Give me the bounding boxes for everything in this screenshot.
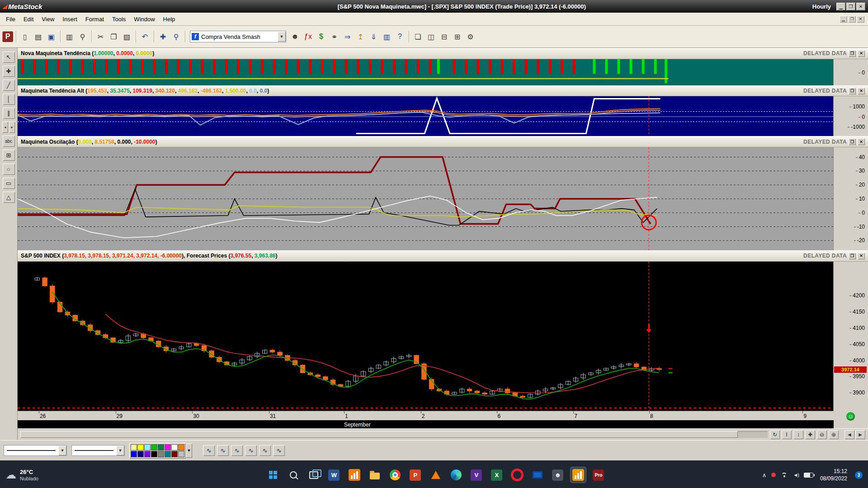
text-tool-button[interactable]: abc — [3, 136, 15, 147]
chevron-down-icon[interactable]: ▼ — [278, 32, 286, 42]
line-weight-dropdown[interactable]: ▼ — [71, 445, 125, 456]
taskbar-metastock-icon[interactable] — [570, 467, 586, 483]
panel-close-button[interactable]: ✕ — [858, 88, 865, 94]
panel-close-button[interactable]: ✕ — [858, 253, 865, 259]
indicator-function-button[interactable]: ƒx — [302, 31, 314, 43]
explorer-button[interactable]: ⚭ — [328, 31, 340, 43]
upload-chart-button[interactable]: ↥ — [354, 31, 367, 43]
palette-color-7[interactable] — [171, 444, 178, 450]
chart-preset-6-button[interactable]: ∿ — [273, 445, 285, 456]
refresh-button[interactable]: ↻ — [770, 430, 780, 439]
expert-dropdown[interactable]: fCompra Venda Smash▼ — [190, 31, 286, 42]
tray-battery-icon[interactable] — [804, 473, 813, 478]
taskbar-powerpoint-icon[interactable]: P — [407, 467, 424, 483]
rectangle-tool-button[interactable]: ▭ — [3, 178, 15, 189]
palette-color-4[interactable] — [151, 444, 157, 450]
triangle-tool-button[interactable]: △ — [3, 192, 15, 203]
pointer-tool-button[interactable]: ↖ — [3, 52, 15, 63]
taskbar-edge-icon[interactable] — [448, 467, 464, 483]
palette-color-11[interactable] — [144, 451, 151, 457]
palette-color-10[interactable] — [137, 451, 144, 457]
line-style-dropdown[interactable]: ▼ — [4, 445, 67, 456]
taskbar-stocks-app-icon[interactable] — [346, 467, 363, 483]
system-tester-button[interactable]: $ — [315, 31, 327, 43]
panel-scale-maquineta-tendencia-alt[interactable]: 10000-1000 — [833, 96, 868, 136]
zoom-button[interactable]: ⚲ — [170, 31, 182, 43]
panel-restore-button[interactable]: ❐ — [849, 253, 856, 259]
taskbar-search-icon[interactable] — [285, 467, 302, 483]
chart-preset-4-button[interactable]: ∿ — [245, 445, 257, 456]
taskbar-task-view-icon[interactable] — [306, 467, 322, 483]
panel-chart-nova-maquineta-tendencia[interactable] — [18, 59, 833, 85]
chart-preset-3-button[interactable]: ∿ — [231, 445, 243, 456]
scroll-back-forward-next-button[interactable]: ▸ — [9, 122, 15, 133]
menu-format[interactable]: Format — [81, 14, 108, 24]
taskbar-vlc-icon[interactable] — [428, 467, 444, 483]
power-console-button[interactable]: P — [2, 31, 13, 42]
minimize-child-button[interactable]: ▁ — [840, 16, 847, 23]
context-help-button[interactable]: ? — [394, 31, 406, 43]
pointer-mode-button[interactable]: I — [782, 430, 792, 439]
page-setup-button[interactable]: ▥ — [63, 31, 75, 43]
tray-alert-icon[interactable] — [771, 473, 776, 477]
forecast-button[interactable]: ⇒ — [341, 31, 354, 43]
palette-color-12[interactable] — [151, 451, 157, 457]
palette-color-15[interactable] — [171, 451, 178, 457]
panel-header-nova-maquineta-tendencia[interactable]: Nova Maquineta Tendência (1.00000, 0.000… — [18, 48, 868, 59]
chevron-down-icon[interactable]: ▼ — [116, 446, 124, 455]
taskbar-clock[interactable]: 15:12 08/09/2022 — [820, 468, 847, 482]
palette-color-6[interactable] — [165, 444, 171, 450]
chevron-down-icon[interactable]: ▼ — [58, 446, 66, 455]
tile-vertical-button[interactable]: ⊟ — [438, 31, 450, 43]
notification-badge[interactable]: 3 — [855, 471, 863, 479]
panel-chart-maquineta-tendencia-alt[interactable] — [18, 96, 833, 136]
taskbar-chrome-icon[interactable] — [387, 467, 403, 483]
vertical-line-tool-button[interactable]: │ — [3, 94, 15, 105]
panel-chart-maquineta-oscilacao[interactable] — [18, 147, 833, 250]
tray-chevron-icon[interactable]: ∧ — [762, 472, 767, 479]
maximize-button[interactable]: ❐ — [846, 3, 855, 10]
expert-advisor-button[interactable]: ☻ — [289, 31, 301, 43]
tile-grid-button[interactable]: ⊞ — [451, 31, 463, 43]
close-button[interactable]: ✕ — [856, 3, 865, 10]
vertical-fit-button[interactable]: ↕ — [793, 430, 803, 439]
panel-restore-button[interactable]: ❐ — [849, 50, 856, 57]
channel-tool-button[interactable]: ∥ — [3, 108, 15, 119]
taskbar-visual-studio-icon[interactable]: V — [468, 467, 485, 483]
undo-button[interactable]: ↶ — [139, 31, 151, 43]
inspect-window-button[interactable]: ▥ — [381, 31, 393, 43]
chart-preset-2-button[interactable]: ∿ — [217, 445, 229, 456]
chart-preset-1-button[interactable]: ∿ — [203, 445, 215, 456]
tray-volume-icon[interactable]: ◄) — [793, 472, 799, 478]
trendline-tool-button[interactable]: ╱ — [3, 80, 15, 91]
panel-restore-button[interactable]: ❐ — [849, 138, 856, 145]
taskbar-file-explorer-icon[interactable] — [367, 467, 383, 483]
menu-window[interactable]: Window — [130, 14, 159, 24]
copy-button[interactable]: ❐ — [108, 31, 120, 43]
zoom-in-button[interactable]: ⊕ — [829, 430, 839, 439]
palette-color-9[interactable] — [131, 451, 137, 457]
panel-header-maquineta-oscilacao[interactable]: Maquineta Oscilação (0.000, 8.51758, 0.0… — [18, 136, 868, 147]
open-chart-button[interactable]: ▤ — [32, 31, 44, 43]
palette-dropdown-arrow[interactable]: ▼ — [186, 443, 192, 458]
panel-close-button[interactable]: ✕ — [858, 138, 865, 145]
menu-tools[interactable]: Tools — [108, 14, 130, 24]
tile-horizontal-button[interactable]: ◫ — [425, 31, 437, 43]
taskbar-excel-icon[interactable]: X — [489, 467, 505, 483]
palette-color-8[interactable] — [178, 444, 184, 450]
minimize-button[interactable]: ▁ — [836, 3, 845, 10]
restore-child-button[interactable]: ❐ — [848, 16, 856, 23]
zoom-out-button[interactable]: ⊖ — [817, 430, 827, 439]
taskbar-media-app-icon[interactable] — [529, 467, 546, 483]
cut-button[interactable]: ✂ — [94, 31, 107, 43]
menu-help[interactable]: Help — [159, 14, 179, 24]
panel-scale-nova-maquineta-tendencia[interactable]: 0 — [833, 59, 868, 85]
menu-view[interactable]: View — [38, 14, 58, 24]
paste-button[interactable]: ▧ — [121, 31, 133, 43]
palette-color-2[interactable] — [137, 444, 144, 450]
new-chart-button[interactable]: ▯ — [19, 31, 31, 43]
menu-insert[interactable]: Insert — [58, 14, 81, 24]
menu-edit[interactable]: Edit — [19, 14, 38, 24]
print-preview-button[interactable]: ⚲ — [76, 31, 89, 43]
grid-tool-button[interactable]: ⊞ — [3, 150, 15, 161]
